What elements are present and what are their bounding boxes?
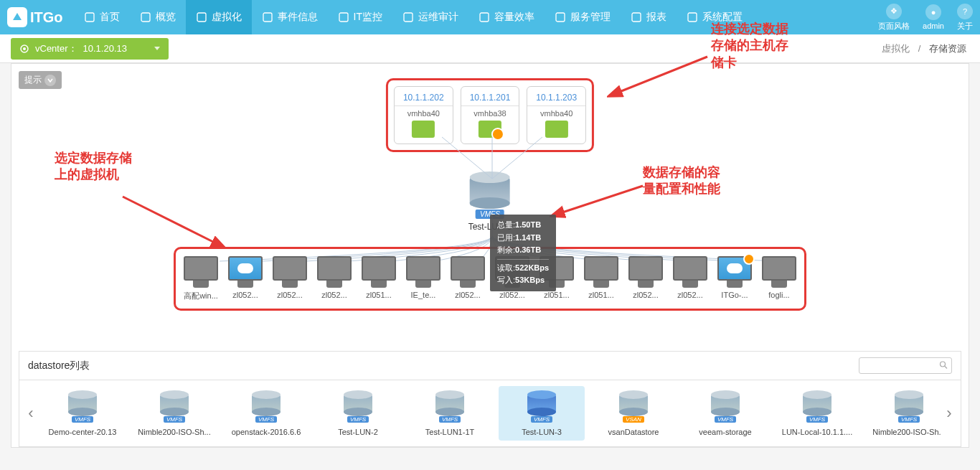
svg-rect-5 xyxy=(404,13,413,22)
nav-right-user[interactable]: ●admin xyxy=(923,4,944,30)
vm-card-10[interactable]: zl052... xyxy=(628,256,664,301)
datastore-item-name: veeam-storage xyxy=(688,428,763,436)
vm-card-13[interactable]: fogli... xyxy=(761,256,797,301)
logo-icon xyxy=(7,7,27,27)
datastore-cyl-icon xyxy=(252,390,281,416)
host-hba: vmhba40 xyxy=(536,109,577,118)
nav-item-6[interactable]: 容量效率 xyxy=(468,0,545,34)
vm-name: zl051... xyxy=(539,291,575,299)
vm-monitor-icon xyxy=(273,256,307,281)
datastore-tag: VMFS xyxy=(347,416,369,423)
host-card-0[interactable]: 10.1.1.202vmhba40 xyxy=(394,86,453,144)
nav-icon xyxy=(631,11,642,23)
nav-icon xyxy=(140,11,151,23)
datastore-tag: VMFS xyxy=(715,416,736,423)
datastore-cyl-icon xyxy=(527,390,556,416)
svg-rect-7 xyxy=(556,13,565,22)
vm-name: zl052... xyxy=(450,291,486,299)
vm-card-3[interactable]: zl052... xyxy=(316,256,352,301)
datastore-item-8[interactable]: VMFSLUN-Local-10.1.1.... xyxy=(774,386,860,441)
host-ip: 10.1.1.201 xyxy=(470,93,511,103)
datastore-list-body: ‹ VMFSDemo-center-20.13VMFSNimble200-ISO… xyxy=(19,380,961,446)
datastore-cyl-icon xyxy=(160,390,189,416)
nav-icon xyxy=(402,11,414,23)
datastore-item-name: Test-LUN-2 xyxy=(321,428,395,436)
nav-item-3[interactable]: 事件信息 xyxy=(252,0,328,34)
user-icon: ● xyxy=(925,4,941,20)
search-input[interactable] xyxy=(859,357,952,374)
vm-monitor-icon xyxy=(451,256,485,281)
nav-icon xyxy=(479,11,490,23)
datastore-tag: VMFS xyxy=(439,416,461,423)
nav-right: ❖页面风格●admin?关于 xyxy=(878,4,973,32)
vm-monitor-icon xyxy=(362,256,396,281)
datastore-cyl-icon xyxy=(803,390,831,416)
vm-name: zl051... xyxy=(361,291,397,299)
host-ip: 10.1.1.202 xyxy=(403,93,444,103)
scroll-left-button[interactable]: ‹ xyxy=(22,399,39,428)
nav-items: 首页概览虚拟化事件信息IT监控运维审计容量效率服务管理报表系统配置 xyxy=(74,0,753,34)
nav-right-style[interactable]: ❖页面风格 xyxy=(878,4,910,32)
datastore-tag: VMFS xyxy=(806,416,828,423)
svg-line-16 xyxy=(945,366,947,368)
vm-monitor-icon xyxy=(717,256,752,281)
host-card-1[interactable]: 10.1.1.201vmhba38 xyxy=(461,86,520,144)
vm-card-2[interactable]: zl052... xyxy=(272,256,308,301)
hosts-box: 10.1.1.202vmhba4010.1.1.201vmhba3810.1.1… xyxy=(386,78,594,152)
scroll-right-button[interactable]: › xyxy=(941,399,958,428)
style-icon: ❖ xyxy=(886,4,902,19)
svg-rect-9 xyxy=(688,13,697,22)
nav-icon xyxy=(262,11,273,23)
datastore-item-5[interactable]: VMFSTest-LUN-3 xyxy=(499,386,585,441)
nav-item-0[interactable]: 首页 xyxy=(74,0,130,34)
search-icon[interactable] xyxy=(939,360,948,371)
host-hba: vmhba40 xyxy=(403,109,444,118)
nav-item-2[interactable]: 虚拟化 xyxy=(186,0,252,34)
svg-rect-3 xyxy=(263,13,272,22)
datastore-item-2[interactable]: VMFSopenstack-2016.6.6 xyxy=(223,386,309,441)
svg-rect-0 xyxy=(85,13,94,22)
nav-item-4[interactable]: IT监控 xyxy=(328,0,392,34)
datastore-tooltip: 总量: 1.50TB已用: 1.14TB剩余: 0.36TB读取: 522KBp… xyxy=(490,215,556,291)
nav-right-help[interactable]: ?关于 xyxy=(957,4,973,32)
datastore-list: datastore列表 ‹ VMFSDemo-center-20.13VMFSN… xyxy=(19,351,961,447)
datastore-item-0[interactable]: VMFSDemo-center-20.13 xyxy=(39,386,126,441)
datastore-cyl-icon xyxy=(435,390,464,416)
datastore-item-name: LUN-Local-10.1.1.... xyxy=(780,428,854,436)
nav-item-1[interactable]: 概览 xyxy=(130,0,186,34)
logo[interactable]: ITGo xyxy=(7,7,63,27)
datastore-tag: VMFS xyxy=(898,416,920,423)
datastore-item-3[interactable]: VMFSTest-LUN-2 xyxy=(315,386,401,441)
nav-icon xyxy=(687,11,698,23)
vm-card-11[interactable]: zl052... xyxy=(672,256,708,301)
svg-point-15 xyxy=(941,362,946,367)
vm-card-12[interactable]: ITGo-... xyxy=(717,256,753,301)
datastore-item-4[interactable]: VMFSTest-LUN1-1T xyxy=(407,386,493,441)
nav-item-7[interactable]: 服务管理 xyxy=(545,0,621,34)
vm-card-1[interactable]: zl052... xyxy=(227,256,263,301)
datastore-tag: VSAN xyxy=(623,416,644,423)
vm-name: 高配win... xyxy=(183,291,219,301)
datastore-item-7[interactable]: VMFSveeam-storage xyxy=(682,386,768,441)
vm-card-5[interactable]: IE_te... xyxy=(405,256,441,301)
vm-name: fogli... xyxy=(761,291,797,299)
svg-rect-1 xyxy=(141,13,150,22)
vm-card-6[interactable]: zl052... xyxy=(450,256,486,301)
vm-name: zl052... xyxy=(316,291,352,299)
datastore-item-9[interactable]: VMFSNimble200-ISO-Sh... xyxy=(866,386,941,441)
datastore-cyl-icon xyxy=(619,390,648,416)
datastore-item-1[interactable]: VMFSNimble200-ISO-Sh... xyxy=(131,386,217,441)
host-card-2[interactable]: 10.1.1.203vmhba40 xyxy=(527,86,586,144)
sub-bar: vCenter： 10.1.20.13 虚拟化 / 存储资源 xyxy=(0,34,980,63)
vm-card-9[interactable]: zl051... xyxy=(583,256,619,301)
datastore-cyl-icon xyxy=(711,390,740,416)
arrow-hosts xyxy=(607,50,715,107)
breadcrumb-a[interactable]: 虚拟化 xyxy=(882,43,910,54)
vcenter-selector[interactable]: vCenter： 10.1.20.13 xyxy=(11,38,169,60)
nav-item-8[interactable]: 报表 xyxy=(621,0,677,34)
datastore-item-6[interactable]: VSANvsanDatastore xyxy=(590,386,677,441)
vm-card-4[interactable]: zl051... xyxy=(361,256,397,301)
nav-item-5[interactable]: 运维审计 xyxy=(392,0,468,34)
vm-card-0[interactable]: 高配win... xyxy=(183,256,219,301)
top-nav: ITGo 首页概览虚拟化事件信息IT监控运维审计容量效率服务管理报表系统配置 ❖… xyxy=(0,0,980,34)
